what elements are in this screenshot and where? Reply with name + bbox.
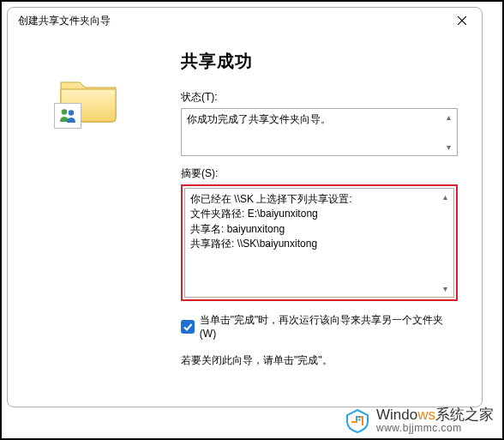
summary-box[interactable]: 你已经在 \\SK 上选择下列共享设置: 文件夹路径: E:\baiyunxit… xyxy=(184,188,454,298)
window-title: 创建共享文件夹向导 xyxy=(18,14,111,28)
watermark-brand-plain: Windo xyxy=(376,407,417,423)
watermark-url: www.bjjmmc.com xyxy=(376,423,494,434)
svg-rect-4 xyxy=(356,416,357,418)
run-again-label: 当单击"完成"时，再次运行该向导来共享另一个文件夹(W) xyxy=(200,313,458,340)
scroll-down-icon[interactable]: ▾ xyxy=(439,282,452,295)
people-icon xyxy=(57,106,78,125)
shared-folder-icon xyxy=(57,74,119,124)
svg-point-3 xyxy=(69,110,74,115)
watermark-brand: Windows系统之家 xyxy=(376,407,494,423)
svg-point-2 xyxy=(62,109,68,115)
checkmark-icon xyxy=(183,322,193,332)
run-again-checkbox[interactable] xyxy=(181,320,195,334)
scroll-down-icon[interactable]: ▾ xyxy=(442,141,455,154)
watermark-brand-accent: ws xyxy=(417,407,435,423)
wizard-window: 创建共享文件夹向导 xyxy=(7,7,483,407)
status-box[interactable]: 你成功完成了共享文件夹向导。 ▴ ▾ xyxy=(181,108,458,156)
window-body: 共享成功 状态(T): 你成功完成了共享文件夹向导。 ▴ ▾ 摘要(S): 你已… xyxy=(8,34,482,407)
scroll-up-icon[interactable]: ▴ xyxy=(442,111,455,124)
left-pane xyxy=(8,34,169,407)
watermark-logo-icon xyxy=(344,407,371,434)
svg-rect-6 xyxy=(356,419,357,420)
scroll-up-icon[interactable]: ▴ xyxy=(439,190,452,203)
svg-rect-7 xyxy=(358,419,360,420)
svg-rect-5 xyxy=(358,416,360,418)
watermark-text: Windows系统之家 www.bjjmmc.com xyxy=(376,407,494,433)
people-badge xyxy=(54,103,81,129)
watermark-tagline: 系统之家 xyxy=(435,407,494,423)
status-text: 你成功完成了共享文件夹向导。 xyxy=(182,109,457,130)
right-pane: 共享成功 状态(T): 你成功完成了共享文件夹向导。 ▴ ▾ 摘要(S): 你已… xyxy=(169,34,482,407)
closing-instruction: 若要关闭此向导，请单击"完成"。 xyxy=(181,353,458,368)
summary-text: 你已经在 \\SK 上选择下列共享设置: 文件夹路径: E:\baiyunxit… xyxy=(185,189,453,256)
close-icon xyxy=(458,16,466,25)
summary-highlight-frame: 你已经在 \\SK 上选择下列共享设置: 文件夹路径: E:\baiyunxit… xyxy=(181,184,458,301)
screenshot-frame: 创建共享文件夹向导 xyxy=(0,0,504,440)
run-again-row: 当单击"完成"时，再次运行该向导来共享另一个文件夹(W) xyxy=(181,313,458,340)
summary-label: 摘要(S): xyxy=(181,166,458,181)
watermark: Windows系统之家 www.bjjmmc.com xyxy=(344,407,494,434)
status-label: 状态(T): xyxy=(181,90,458,105)
page-heading: 共享成功 xyxy=(181,50,458,73)
title-bar: 创建共享文件夹向导 xyxy=(8,8,482,34)
close-button[interactable] xyxy=(442,8,482,33)
